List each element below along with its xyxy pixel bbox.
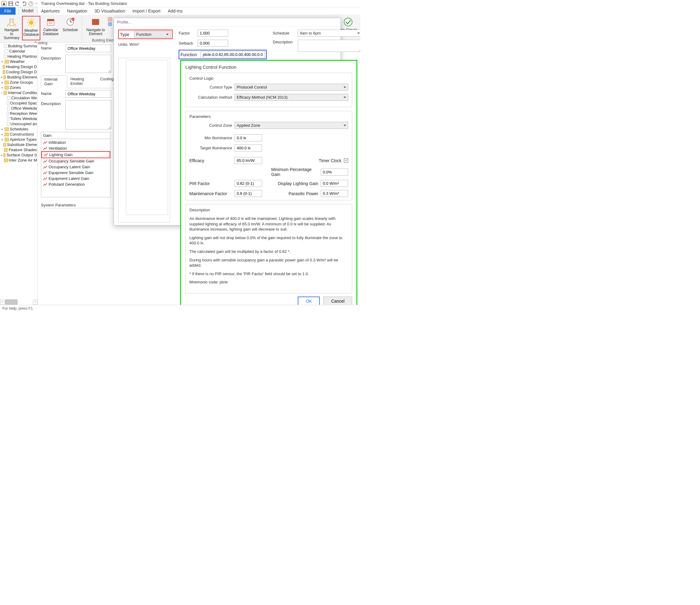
description-input[interactable]	[65, 55, 111, 73]
gain-item[interactable]: Equipment Latent Gain	[41, 176, 110, 181]
check-circle-icon	[343, 17, 354, 27]
tab-internal-gain[interactable]: Internal Gain	[41, 75, 67, 88]
disp-input[interactable]	[321, 180, 348, 187]
weather-db-button[interactable]: Weather Database	[22, 16, 40, 40]
gain-item[interactable]: Ventilation	[41, 145, 110, 151]
tree-item[interactable]: Occupied Spac	[0, 100, 38, 106]
help-icon[interactable]: ?	[28, 1, 33, 6]
surface-icon	[108, 22, 112, 26]
name-input[interactable]	[65, 45, 111, 52]
tab-navigation[interactable]: Navigation	[63, 7, 91, 15]
svg-rect-37	[108, 23, 111, 26]
tree-item[interactable]: Building Summa	[0, 43, 38, 49]
ok-button[interactable]: OK	[298, 297, 320, 306]
gain-item[interactable]: Infiltration	[41, 140, 110, 145]
gain-item[interactable]: Equipment Sensible Gain	[41, 170, 110, 176]
ig-desc-input[interactable]	[65, 100, 111, 129]
gain-item[interactable]: Pollutant Generation	[41, 181, 110, 187]
tree-item[interactable]: Cooling Design D	[0, 69, 38, 75]
timer-checkbox[interactable]: ✓	[344, 158, 348, 163]
navigate-summary-button[interactable]: Navigate to Summary	[2, 16, 21, 40]
redo-icon[interactable]	[21, 1, 27, 6]
file-tab[interactable]: File	[0, 7, 16, 15]
tab-3dvis[interactable]: 3D Visualisation	[91, 7, 129, 15]
efficacy-input[interactable]	[234, 157, 262, 164]
units-label: Units: W/m²	[118, 42, 173, 47]
svg-rect-2	[9, 4, 12, 5]
save-icon[interactable]	[8, 1, 14, 6]
schedule-select[interactable]: 9am to 6pm	[298, 30, 360, 36]
gain-list[interactable]: InfiltrationVentilationLighting GainOccu…	[41, 139, 110, 188]
type-select[interactable]: Function	[134, 31, 171, 38]
tree-item[interactable]: +Zone Groups	[0, 80, 38, 85]
tgt-ill-input[interactable]	[234, 145, 262, 151]
pir-label: PIR Factor	[189, 181, 232, 186]
tab-model[interactable]: Model	[18, 7, 38, 15]
lcf-desc-p2: Lighting gain will not drop below 0.0% o…	[189, 235, 348, 246]
ctrl-zone-select[interactable]: Applied Zone	[234, 122, 348, 129]
min-ill-input[interactable]	[234, 134, 262, 142]
efficacy-label: Efficacy	[189, 158, 232, 163]
schedule-label: Schedule	[273, 31, 296, 35]
tree-item[interactable]: −Internal Conditio	[0, 90, 38, 95]
tree-item[interactable]: +Weather	[0, 59, 38, 64]
tree-item[interactable]: Reception Wee	[0, 111, 38, 116]
tree-hscroll[interactable]: ‹ ›	[0, 299, 38, 305]
tab-apertures[interactable]: Apertures	[38, 7, 64, 15]
ig-name-input[interactable]	[65, 90, 111, 98]
cancel-button[interactable]: Cancel	[323, 297, 352, 306]
tab-importexport[interactable]: Import / Export	[129, 7, 164, 15]
lcf-desc-p3: The calculated gain will be multiplied b…	[189, 249, 348, 254]
lcf-desc-p5: * If there is no PIR sensor, the 'PIR Fa…	[189, 271, 348, 277]
gain-item[interactable]: Lighting Gain	[41, 151, 110, 158]
tab-addins[interactable]: Add-Ins	[164, 7, 186, 15]
function-input[interactable]	[201, 51, 265, 58]
sun-icon	[26, 17, 36, 28]
factor-input[interactable]	[198, 30, 228, 36]
tree-item[interactable]: +Constructions	[0, 132, 38, 137]
svg-rect-3	[10, 2, 11, 3]
tree-item[interactable]: Calendar	[0, 49, 38, 54]
tree-item[interactable]: +Schedules	[0, 126, 38, 132]
tree-item[interactable]: +Surface Output S	[0, 152, 38, 158]
tree-item[interactable]: Office Weekda	[0, 106, 38, 111]
calc-method-select[interactable]: Efficacy Method (NCM 2013)	[234, 94, 348, 101]
tree-item[interactable]: Heating Design D	[0, 64, 38, 69]
timer-label: Timer Clock	[319, 158, 342, 163]
minpct-input[interactable]	[321, 169, 348, 176]
undo-icon[interactable]	[15, 1, 20, 6]
tab-heating-emitter[interactable]: Heating Emitter	[67, 75, 97, 88]
tree-item[interactable]: +Aperture Types	[0, 137, 38, 142]
tree-item[interactable]: Inter Zone Air M	[0, 158, 38, 163]
tree-item[interactable]: Feature Shades	[0, 147, 38, 152]
navigate-summary-label: Navigate to Summary	[2, 28, 21, 40]
gain-item[interactable]: Occupancy Sensible Gain	[41, 158, 110, 164]
gain-item[interactable]: Occupancy Latent Gain	[41, 164, 110, 170]
setback-input[interactable]	[198, 40, 228, 47]
prof-desc-input[interactable]	[298, 40, 360, 52]
svg-line-19	[33, 20, 34, 21]
qat-dropdown-icon[interactable]	[35, 1, 38, 6]
lighting-control-dialog: Lighting Control Function Control Logic …	[180, 60, 357, 310]
ctrl-type-select[interactable]: Photocell Control	[234, 84, 348, 91]
tree-item[interactable]: Toilets Weekda	[0, 116, 38, 121]
lcf-section-params: Parameters	[189, 114, 348, 119]
svg-text:+: +	[72, 18, 74, 21]
svg-rect-9	[10, 22, 11, 23]
pir-input[interactable]	[234, 180, 262, 187]
maint-input[interactable]	[234, 190, 262, 197]
tree-item[interactable]: Substitute Eleme	[0, 142, 38, 147]
svg-line-17	[33, 25, 34, 26]
tree-item[interactable]: Unoccupied an	[0, 121, 38, 126]
para-input[interactable]	[321, 190, 348, 197]
project-tree[interactable]: Building SummaCalendarHeating Plantroo+W…	[0, 43, 38, 299]
navigate-element-button[interactable]: Navigate to Element	[84, 16, 107, 37]
tree-item[interactable]: +Building Element	[0, 75, 38, 80]
calendar-db-button[interactable]: Calendar Database	[42, 16, 60, 40]
status-bar: For Help, press F1	[0, 305, 360, 311]
lcf-title: Lighting Control Function	[185, 65, 352, 70]
tree-item[interactable]: Heating Plantroo	[0, 54, 38, 59]
tree-item[interactable]: +Zones	[0, 85, 38, 90]
schedule-button[interactable]: + Schedule	[61, 16, 79, 40]
tree-item[interactable]: Circulation We	[0, 95, 38, 100]
